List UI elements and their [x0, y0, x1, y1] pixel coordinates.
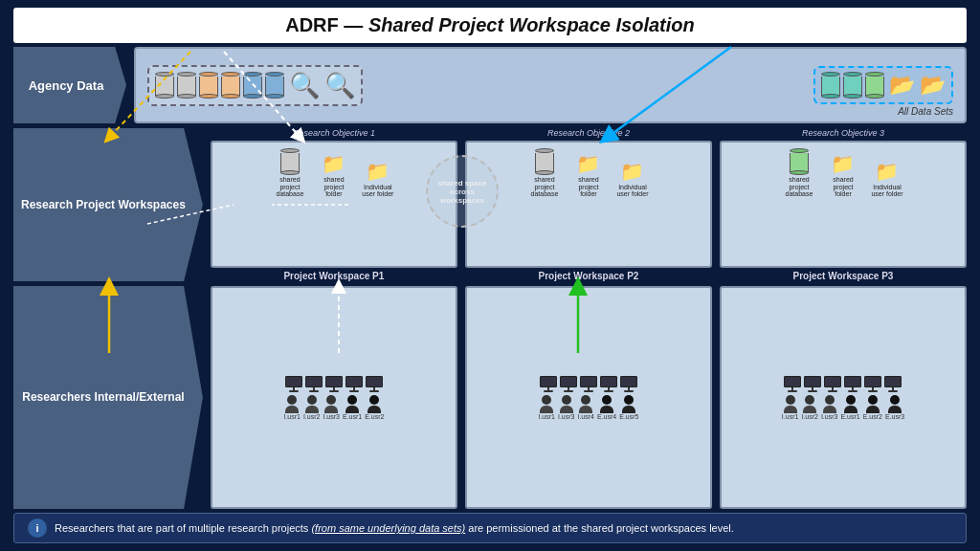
db-green-ag	[865, 72, 884, 99]
page-container: ADRF — Shared Project Workspace Isolatio…	[0, 0, 980, 551]
footer-text: Researchers that are part of multiple re…	[55, 522, 734, 534]
ws-box-p1: shared project database 📁 shared project…	[211, 141, 457, 268]
folder-icon-blue2: 📂	[920, 73, 946, 98]
ws-item-folder-p2: 📁 shared project folder	[569, 152, 608, 198]
shared-space-oval: shared space across workspaces	[426, 155, 499, 228]
ws-item-db-p2: shared project database	[525, 148, 564, 198]
footer: i Researchers that are part of multiple …	[13, 513, 967, 543]
users-p1: I.usr1 I.usr2 I.usr3 E.usr1 E.usr2	[283, 395, 384, 420]
obj1-label: Research Objective 1	[293, 128, 375, 138]
monitors-p3	[784, 376, 902, 392]
db-teal2	[843, 72, 862, 99]
cylinders-group2	[821, 72, 884, 99]
ws-items-p1: shared project database 📁 shared project…	[271, 148, 397, 198]
researchers-label: Researchers Internal/External	[13, 286, 203, 509]
workspace-p2: Research Objective 2 shared project data…	[465, 128, 712, 281]
title-prefix: ADRF —	[285, 14, 368, 35]
footer-italic: (from same underlying data sets)	[311, 522, 465, 534]
monitors-p2	[540, 376, 637, 392]
ws-box-p2: shared project database 📁 shared project…	[465, 141, 712, 268]
db-gray2	[177, 72, 196, 99]
ws-item-userfolder-p3: 📁 Individual user folder	[868, 160, 906, 198]
monitors-p1	[285, 376, 383, 392]
db-blue2	[265, 72, 284, 99]
ws-name-p2: Project Workspace P2	[539, 271, 639, 281]
db-gray1	[155, 72, 174, 99]
workspaces-label: Research Project Workspaces	[13, 128, 203, 281]
db-orange1	[199, 72, 218, 99]
main-area: Agency Data	[0, 47, 980, 509]
ws-item-folder-p3: 📁 shared project folder	[824, 152, 862, 198]
right-content: Research Objective 1 shared project data…	[211, 128, 967, 509]
researcher-group-p2: I.usr1 I.usr3 I.usr4 E.usr4 E.usr5	[465, 286, 712, 509]
title-main: Shared Project Workspace Isolation	[368, 14, 695, 35]
obj2-label: Research Objective 2	[547, 128, 630, 138]
researchers-row: I.usr1 I.usr2 I.usr3 E.usr1 E.usr2	[211, 286, 967, 509]
search-icon1: 🔍	[289, 71, 320, 100]
users-p3: I.usr1 I.usr2 I.usr3 E.usr1 E.usr2 E.usr…	[782, 395, 904, 420]
agency-row: Agency Data	[13, 47, 967, 123]
ws-item-db-p3: shared project database	[780, 148, 818, 198]
db-blue1	[243, 72, 262, 99]
cylinders-group1	[155, 72, 284, 99]
db-teal1	[821, 72, 840, 99]
agency-data-box: 🔍 🔍 📂 📂 All Data Sets	[134, 47, 967, 123]
users-p2: I.usr1 I.usr3 I.usr4 E.usr4 E.usr5	[538, 395, 638, 420]
search-icon2: 🔍	[324, 71, 355, 100]
ws-name-p3: Project Workspace P3	[793, 271, 894, 281]
dashed-group: 🔍 🔍	[147, 65, 363, 106]
researcher-group-p3: I.usr1 I.usr2 I.usr3 E.usr1 E.usr2 E.usr…	[720, 286, 967, 509]
obj3-label: Research Objective 3	[802, 128, 884, 138]
agency-label: Agency Data	[13, 47, 126, 123]
middle-area: Research Project Workspaces Researchers …	[13, 128, 967, 509]
dashed-group2: 📂 📂	[813, 66, 953, 104]
ws-name-p1: Project Workspace P1	[283, 271, 384, 281]
ws-box-p3: shared project database 📁 shared project…	[720, 141, 967, 268]
db-orange2	[221, 72, 240, 99]
ws-items-p2: shared project database 📁 shared project…	[525, 148, 652, 198]
ws-items-p3: shared project database 📁 shared project…	[780, 148, 906, 198]
workspace-p1: Research Objective 1 shared project data…	[211, 128, 457, 281]
ws-item-db-p1: shared project database	[271, 148, 309, 198]
researcher-group-p1: I.usr1 I.usr2 I.usr3 E.usr1 E.usr2	[211, 286, 457, 509]
footer-icon: i	[28, 518, 47, 538]
ws-item-userfolder-p1: 📁 Individual user folder	[359, 160, 397, 198]
ws-item-userfolder-p2: 📁 Individual user folder	[613, 160, 652, 198]
title-bar: ADRF — Shared Project Workspace Isolatio…	[13, 8, 967, 43]
workspaces-row: Research Objective 1 shared project data…	[211, 128, 967, 281]
workspace-p3: Research Objective 3 shared project data…	[720, 128, 967, 281]
all-datasets-label: All Data Sets	[898, 106, 953, 117]
folder-icon-blue1: 📂	[889, 73, 915, 98]
ws-item-folder-p1: 📁 shared project folder	[315, 152, 353, 198]
labels-column: Research Project Workspaces Researchers …	[13, 128, 203, 509]
